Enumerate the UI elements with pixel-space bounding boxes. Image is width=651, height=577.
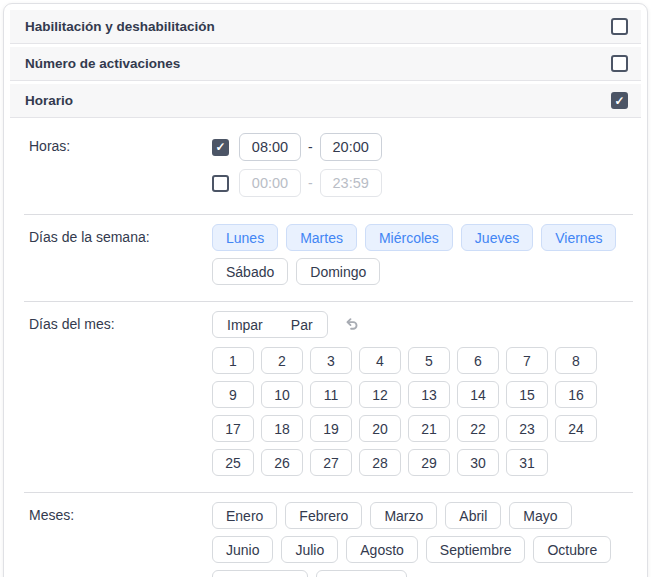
month-day-button[interactable]: 12 bbox=[359, 381, 401, 408]
month-day-button[interactable]: 19 bbox=[310, 415, 352, 442]
time-range-row-2: - bbox=[212, 169, 641, 197]
month-day-button[interactable]: 23 bbox=[506, 415, 548, 442]
month-day-button[interactable]: 29 bbox=[408, 449, 450, 476]
hours-section: Horas: - - bbox=[10, 121, 641, 214]
month-day-button[interactable]: 16 bbox=[555, 381, 597, 408]
month-button[interactable]: Agosto bbox=[346, 536, 418, 563]
month-button[interactable]: Octubre bbox=[533, 536, 611, 563]
section-header-schedule[interactable]: Horario bbox=[10, 84, 641, 118]
parity-toggle-group: Impar Par bbox=[212, 311, 328, 338]
time-to-input[interactable] bbox=[320, 133, 382, 161]
weekday-button[interactable]: Miércoles bbox=[365, 224, 453, 251]
time-separator: - bbox=[308, 175, 313, 191]
weekday-button[interactable]: Viernes bbox=[541, 224, 616, 251]
time-to-input[interactable] bbox=[320, 169, 382, 197]
weekday-button[interactable]: Lunes bbox=[212, 224, 278, 251]
schedule-settings-panel: Habilitación y deshabilitación Número de… bbox=[3, 3, 648, 577]
month-button[interactable]: Enero bbox=[212, 502, 277, 529]
section-header-activation-count[interactable]: Número de activaciones bbox=[10, 47, 641, 81]
month-buttons: EneroFebreroMarzoAbrilMayoJunioJulioAgos… bbox=[212, 502, 632, 577]
section-label: Número de activaciones bbox=[25, 56, 180, 71]
month-day-button[interactable]: 31 bbox=[506, 449, 548, 476]
undo-icon bbox=[344, 315, 361, 332]
weekday-button[interactable]: Sábado bbox=[212, 258, 288, 285]
month-button[interactable]: Septiembre bbox=[426, 536, 526, 563]
month-day-button[interactable]: 26 bbox=[261, 449, 303, 476]
month-button[interactable]: Noviembre bbox=[212, 570, 308, 577]
parity-row: Impar Par bbox=[212, 311, 641, 338]
month-day-button[interactable]: 6 bbox=[457, 347, 499, 374]
month-day-button[interactable]: 28 bbox=[359, 449, 401, 476]
time-range-row-1: - bbox=[212, 133, 641, 161]
month-day-button[interactable]: 4 bbox=[359, 347, 401, 374]
month-day-button[interactable]: 9 bbox=[212, 381, 254, 408]
month-button[interactable]: Julio bbox=[281, 536, 338, 563]
months-label: Meses: bbox=[10, 502, 212, 577]
section-label: Habilitación y deshabilitación bbox=[25, 19, 215, 34]
month-day-button[interactable]: 8 bbox=[555, 347, 597, 374]
section-checkbox[interactable] bbox=[611, 18, 628, 35]
month-days-label: Días del mes: bbox=[10, 311, 212, 483]
month-day-button[interactable]: 20 bbox=[359, 415, 401, 442]
weekdays-section: Días de la semana: LunesMartesMiércolesJ… bbox=[10, 215, 641, 301]
section-checkbox[interactable] bbox=[611, 92, 628, 109]
month-button[interactable]: Febrero bbox=[285, 502, 362, 529]
month-day-button[interactable]: 1 bbox=[212, 347, 254, 374]
time-from-input[interactable] bbox=[239, 133, 301, 161]
month-day-button[interactable]: 17 bbox=[212, 415, 254, 442]
month-day-button[interactable]: 15 bbox=[506, 381, 548, 408]
month-button[interactable]: Junio bbox=[212, 536, 273, 563]
month-day-button[interactable]: 2 bbox=[261, 347, 303, 374]
weekday-button[interactable]: Jueves bbox=[461, 224, 533, 251]
month-day-button[interactable]: 5 bbox=[408, 347, 450, 374]
month-day-button[interactable]: 14 bbox=[457, 381, 499, 408]
time-range-checkbox[interactable] bbox=[212, 175, 229, 192]
month-day-button[interactable]: 24 bbox=[555, 415, 597, 442]
odd-days-button[interactable]: Impar bbox=[213, 312, 277, 337]
month-button[interactable]: Mayo bbox=[509, 502, 571, 529]
reset-days-button[interactable] bbox=[342, 313, 363, 337]
month-day-button[interactable]: 11 bbox=[310, 381, 352, 408]
month-button[interactable]: Abril bbox=[445, 502, 501, 529]
hours-label: Horas: bbox=[10, 133, 212, 205]
month-day-button[interactable]: 10 bbox=[261, 381, 303, 408]
weekday-buttons: LunesMartesMiércolesJuevesViernesSábadoD… bbox=[212, 224, 625, 292]
month-day-button[interactable]: 18 bbox=[261, 415, 303, 442]
even-days-button[interactable]: Par bbox=[277, 312, 327, 337]
month-button[interactable]: Marzo bbox=[370, 502, 437, 529]
section-header-enable-disable[interactable]: Habilitación y deshabilitación bbox=[10, 10, 641, 44]
time-from-input[interactable] bbox=[239, 169, 301, 197]
section-label: Horario bbox=[25, 93, 73, 108]
section-checkbox[interactable] bbox=[611, 55, 628, 72]
time-range-checkbox[interactable] bbox=[212, 139, 229, 156]
months-section: Meses: EneroFebreroMarzoAbrilMayoJunioJu… bbox=[10, 493, 641, 577]
weekday-button[interactable]: Domingo bbox=[296, 258, 380, 285]
month-day-button[interactable]: 30 bbox=[457, 449, 499, 476]
month-day-button[interactable]: 13 bbox=[408, 381, 450, 408]
month-day-button[interactable]: 21 bbox=[408, 415, 450, 442]
month-day-button[interactable]: 22 bbox=[457, 415, 499, 442]
month-day-grid: 1234567891011121314151617181920212223242… bbox=[212, 347, 606, 483]
weekday-button[interactable]: Martes bbox=[286, 224, 357, 251]
month-days-section: Días del mes: Impar Par 1234567891011121… bbox=[10, 302, 641, 492]
month-button[interactable]: Diciembre bbox=[316, 570, 407, 577]
month-day-button[interactable]: 25 bbox=[212, 449, 254, 476]
month-day-button[interactable]: 3 bbox=[310, 347, 352, 374]
month-day-button[interactable]: 27 bbox=[310, 449, 352, 476]
weekdays-label: Días de la semana: bbox=[10, 224, 212, 292]
month-day-button[interactable]: 7 bbox=[506, 347, 548, 374]
time-separator: - bbox=[308, 139, 313, 155]
